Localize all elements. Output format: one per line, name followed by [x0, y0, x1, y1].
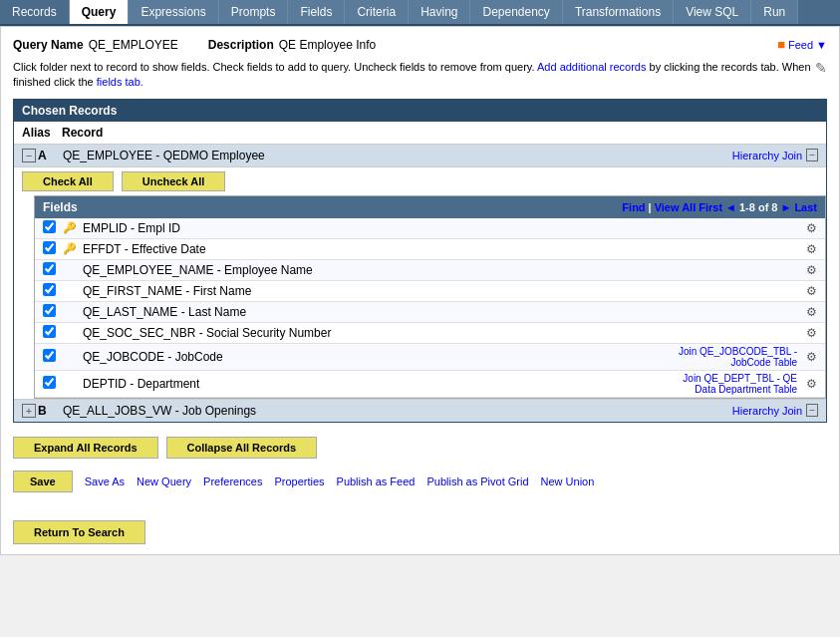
expand-collapse-buttons: Expand All Records Collapse All Records — [13, 431, 827, 465]
field-1-checkbox[interactable] — [43, 220, 63, 236]
prev-page-arrow[interactable]: ◄ — [725, 201, 736, 213]
record-b-name: QE_ALL_JOBS_VW - Job Openings — [63, 404, 732, 418]
tab-view-sql[interactable]: View SQL — [674, 0, 751, 24]
field-1-settings-icon[interactable]: ⚙ — [797, 221, 817, 235]
field-7-settings-icon[interactable]: ⚙ — [797, 350, 817, 364]
record-a-expand-icon[interactable]: − — [22, 149, 36, 162]
alias-col-header: Alias — [22, 126, 62, 140]
tab-having[interactable]: Having — [409, 0, 470, 24]
field-row-8: DEPTID - Department Join QE_DEPT_TBL - Q… — [35, 371, 825, 398]
view-all-link[interactable]: View All — [655, 201, 697, 213]
record-b-expand[interactable]: + — [22, 404, 38, 418]
field-3-checkbox[interactable] — [43, 262, 63, 278]
expand-all-button[interactable]: Expand All Records — [13, 437, 158, 459]
action-buttons-row: Save Save As New Query Preferences Prope… — [13, 465, 827, 498]
tab-dependency[interactable]: Dependency — [470, 0, 562, 24]
uncheck-all-button[interactable]: Uncheck All — [122, 171, 226, 191]
feed-label: Feed — [788, 39, 813, 51]
feed-dropdown-icon[interactable]: ▼ — [816, 39, 827, 51]
fields-tab-link[interactable]: fields tab. — [97, 76, 143, 88]
tab-query[interactable]: Query — [70, 0, 130, 24]
rss-icon: ■ — [777, 37, 785, 52]
collapse-all-button[interactable]: Collapse All Records — [166, 437, 318, 459]
record-a-collapse-btn[interactable]: − — [806, 149, 818, 161]
query-name-label: Query Name — [13, 38, 84, 52]
record-a-name: QE_EMPLOYEE - QEDMO Employee — [63, 149, 732, 162]
field-3-settings-icon[interactable]: ⚙ — [797, 263, 817, 277]
field-row-3: QE_EMPLOYEE_NAME - Employee Name ⚙ — [35, 260, 825, 281]
return-search-row: Return To Search — [13, 512, 827, 544]
save-as-link[interactable]: Save As — [85, 476, 125, 487]
desc-value: QE Employee Info — [279, 38, 376, 52]
record-b-expand-icon[interactable]: + — [22, 404, 36, 418]
field-5-key-spacer — [63, 306, 83, 317]
field-row-1: 🔑 EMPLID - Empl ID ⚙ — [35, 218, 825, 239]
field-7-join-link[interactable]: Join QE_JOBCODE_TBL -JobCode Table — [679, 346, 797, 368]
first-link[interactable]: First — [699, 201, 722, 213]
edit-icon[interactable]: ✎ — [815, 60, 827, 76]
field-7-join: Join QE_JOBCODE_TBL -JobCode Table — [679, 346, 797, 368]
check-buttons-row: Check All Uncheck All — [14, 167, 826, 195]
field-7-checkbox[interactable] — [43, 349, 63, 365]
field-5-name: QE_LAST_NAME - Last Name — [83, 305, 797, 319]
last-link[interactable]: Last — [794, 201, 817, 213]
save-button[interactable]: Save — [13, 471, 73, 492]
record-b-collapse-btn[interactable]: − — [806, 404, 818, 417]
field-4-key-spacer — [63, 285, 83, 296]
chosen-records-box: Chosen Records Alias Record − A QE_EMPLO… — [13, 99, 827, 423]
field-row-6: QE_SOC_SEC_NBR - Social Security Number … — [35, 323, 825, 344]
field-8-name: DEPTID - Department — [83, 377, 683, 391]
tab-prompts[interactable]: Prompts — [219, 0, 289, 24]
field-6-settings-icon[interactable]: ⚙ — [797, 326, 817, 340]
field-8-settings-icon[interactable]: ⚙ — [797, 377, 817, 391]
desc-label: Description — [208, 38, 274, 52]
add-records-link[interactable]: Add additional records — [537, 61, 646, 73]
field-8-checkbox[interactable] — [43, 376, 63, 392]
return-to-search-button[interactable]: Return To Search — [13, 520, 145, 544]
publish-pivot-link[interactable]: Publish as Pivot Grid — [426, 476, 528, 487]
field-8-key-spacer — [63, 378, 83, 389]
publish-feed-link[interactable]: Publish as Feed — [337, 476, 416, 487]
field-4-settings-icon[interactable]: ⚙ — [797, 284, 817, 298]
new-query-link[interactable]: New Query — [137, 476, 191, 487]
record-a-expand[interactable]: − — [22, 149, 38, 162]
field-4-name: QE_FIRST_NAME - First Name — [83, 284, 797, 298]
field-5-settings-icon[interactable]: ⚙ — [797, 305, 817, 319]
tab-criteria[interactable]: Criteria — [345, 0, 409, 24]
alias-record-columns: Alias Record — [14, 122, 826, 145]
tab-records[interactable]: Records — [0, 0, 70, 24]
tab-fields[interactable]: Fields — [288, 0, 345, 24]
properties-link[interactable]: Properties — [274, 476, 324, 487]
preferences-link[interactable]: Preferences — [203, 476, 262, 487]
field-6-checkbox[interactable] — [43, 325, 63, 341]
record-b-hierarchy-join[interactable]: Hierarchy Join — [732, 405, 802, 417]
field-row-4: QE_FIRST_NAME - First Name ⚙ — [35, 281, 825, 302]
find-link[interactable]: Find — [622, 201, 645, 213]
field-4-checkbox[interactable] — [43, 283, 63, 299]
check-all-button[interactable]: Check All — [22, 171, 114, 191]
query-info-row: Query Name QE_EMPLOYEE Description QE Em… — [13, 37, 827, 52]
fields-header: Fields Find | View All First ◄ 1-8 of 8 … — [35, 196, 825, 218]
feed-link[interactable]: ■ Feed ▼ — [777, 37, 827, 52]
field-2-name: EFFDT - Effective Date — [83, 242, 797, 256]
main-content: Query Name QE_EMPLOYEE Description QE Em… — [0, 26, 840, 555]
field-7-key-spacer — [63, 351, 83, 362]
field-5-checkbox[interactable] — [43, 304, 63, 320]
field-7-name: QE_JOBCODE - JobCode — [83, 350, 679, 364]
field-1-key-icon: 🔑 — [63, 221, 83, 234]
next-page-arrow[interactable]: ► — [780, 201, 791, 213]
field-2-settings-icon[interactable]: ⚙ — [797, 242, 817, 256]
page-info: 1-8 of 8 — [739, 201, 778, 213]
field-2-checkbox[interactable] — [43, 241, 63, 257]
field-3-key-spacer — [63, 264, 83, 275]
field-8-join-link[interactable]: Join QE_DEPT_TBL - QEData Department Tab… — [683, 373, 797, 395]
record-a-hierarchy-join[interactable]: Hierarchy Join — [732, 150, 802, 161]
tab-expressions[interactable]: Expressions — [129, 0, 218, 24]
field-6-key-spacer — [63, 327, 83, 338]
tab-run[interactable]: Run — [751, 0, 798, 24]
tab-transformations[interactable]: Transformations — [563, 0, 674, 24]
new-union-link[interactable]: New Union — [541, 476, 595, 487]
field-2-key-icon: 🔑 — [63, 242, 83, 255]
fields-header-label: Fields — [43, 200, 78, 214]
field-3-name: QE_EMPLOYEE_NAME - Employee Name — [83, 263, 797, 277]
